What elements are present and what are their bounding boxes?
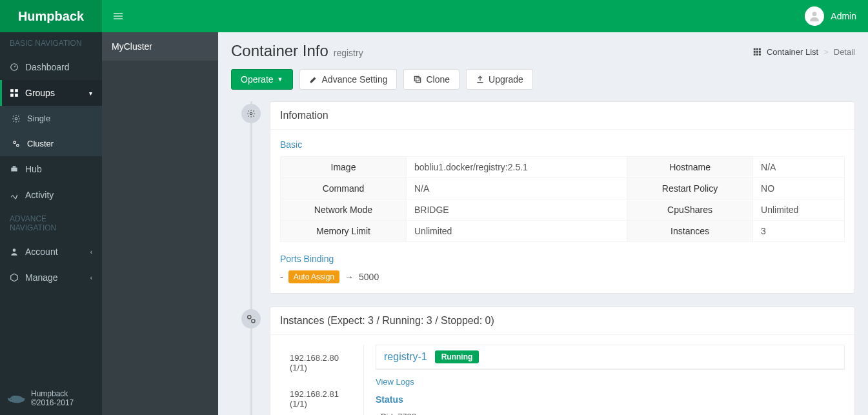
app-logo[interactable]: Humpback: [0, 0, 102, 32]
breadcrumb-separator: >: [823, 47, 829, 57]
upgrade-button[interactable]: Upgrade: [466, 69, 533, 90]
svg-point-11: [17, 144, 19, 147]
sidebar-item-label: Hub: [25, 164, 42, 174]
svg-rect-22: [754, 54, 756, 56]
sidebar-item-account[interactable]: Account ‹: [0, 239, 102, 265]
svg-rect-1: [114, 15, 123, 16]
instance-name: registry-1: [384, 351, 427, 363]
dashboard-icon: [10, 63, 19, 72]
subnav-item-mycluster[interactable]: MyCluster: [102, 32, 218, 61]
button-label: Operate: [241, 74, 274, 85]
table-row: Command N/A Restart Policy NO: [281, 178, 845, 199]
command-label: Command: [281, 178, 407, 199]
chevron-left-icon: ‹: [90, 274, 92, 281]
gears-icon: [241, 309, 261, 329]
cpushares-value: Unlimited: [753, 199, 845, 221]
sidebar-item-cluster[interactable]: Cluster: [0, 131, 102, 156]
svg-rect-6: [15, 89, 18, 92]
sidebar-item-label: Single: [27, 114, 50, 123]
clone-icon: [413, 75, 422, 84]
table-row: Image bobliu1.docker/registry:2.5.1 Host…: [281, 157, 845, 178]
upload-icon: [476, 75, 485, 84]
hostname-label: Hostname: [627, 157, 753, 178]
button-label: Upgrade: [489, 74, 523, 85]
sidebar-item-groups[interactable]: Groups ▾: [0, 80, 102, 106]
network-mode-label: Network Mode: [281, 199, 407, 221]
svg-rect-25: [416, 78, 421, 83]
advance-setting-button[interactable]: Advance Setting: [299, 69, 398, 90]
instance-tab[interactable]: 192.168.2.80 (1/1): [280, 345, 363, 381]
svg-point-29: [252, 319, 255, 323]
svg-rect-23: [756, 54, 758, 56]
sidebar-item-label: Account: [25, 247, 58, 257]
view-logs-link[interactable]: View Logs: [376, 377, 845, 387]
footer-name: Humpback: [31, 389, 74, 398]
gears-icon: [12, 139, 21, 148]
image-label: Image: [281, 157, 407, 178]
svg-rect-18: [759, 48, 761, 50]
svg-rect-7: [10, 94, 14, 97]
page-title: Container Info: [231, 42, 328, 60]
user-icon: [808, 10, 821, 23]
svg-rect-19: [754, 51, 756, 53]
section-ports-binding: Ports Binding: [280, 254, 845, 264]
operate-button[interactable]: Operate ▼: [231, 69, 293, 90]
pencil-icon: [309, 75, 318, 84]
status-pid: - Pid: 7728: [376, 410, 845, 415]
port-value: 5000: [359, 272, 379, 282]
svg-rect-13: [13, 166, 16, 167]
activity-icon: [10, 190, 19, 199]
svg-rect-20: [756, 51, 758, 53]
grid-icon: [752, 47, 762, 56]
user-name[interactable]: Admin: [831, 11, 856, 21]
breadcrumb: Container List > Detail: [752, 47, 855, 57]
sidebar-item-hub[interactable]: Hub: [0, 156, 102, 182]
sidebar-item-activity[interactable]: Activity: [0, 182, 102, 208]
svg-rect-26: [415, 76, 419, 81]
restart-policy-value: NO: [753, 178, 845, 199]
breadcrumb-link[interactable]: Container List: [767, 47, 818, 57]
clone-button[interactable]: Clone: [403, 69, 459, 90]
whale-icon: [6, 390, 26, 406]
table-row: Memory Limit Unlimited Instances 3: [281, 221, 845, 242]
caret-down-icon: ▼: [278, 76, 283, 83]
cube-icon: [10, 273, 19, 282]
instances-label: Instances: [627, 221, 753, 242]
instance-tab[interactable]: 192.168.2.81 (1/1): [280, 381, 363, 415]
gear-icon: [241, 104, 261, 123]
sidebar-item-single[interactable]: Single: [0, 106, 102, 131]
instances-value: 3: [753, 221, 845, 242]
svg-rect-2: [114, 19, 123, 19]
button-label: Advance Setting: [322, 74, 388, 85]
status-title: Status: [376, 394, 845, 405]
image-value: bobliu1.docker/registry:2.5.1: [407, 157, 627, 178]
sidebar-item-dashboard[interactable]: Dashboard: [0, 54, 102, 80]
chevron-left-icon: ‹: [90, 248, 92, 256]
breadcrumb-current: Detail: [834, 47, 855, 57]
hostname-value: N/A: [753, 157, 845, 178]
restart-policy-label: Restart Policy: [627, 178, 753, 199]
sidebar-item-label: Cluster: [27, 139, 54, 148]
memory-limit-value: Unlimited: [407, 221, 627, 242]
hamburger-icon: [114, 12, 123, 21]
gear-icon: [12, 114, 21, 123]
avatar[interactable]: [805, 6, 824, 26]
svg-rect-12: [11, 168, 17, 172]
panel-title-information: Infomation: [270, 102, 854, 130]
network-mode-value: BRIDGE: [407, 199, 627, 221]
svg-point-14: [13, 248, 16, 252]
page-subtitle: registry: [334, 48, 363, 58]
sidebar-item-label: Manage: [25, 272, 58, 283]
command-value: N/A: [407, 178, 627, 199]
svg-rect-5: [10, 89, 14, 92]
nav-header-basic: BASIC NAVIGATION: [0, 32, 102, 54]
sidebar-item-manage[interactable]: Manage ‹: [0, 265, 102, 290]
basic-info-table: Image bobliu1.docker/registry:2.5.1 Host…: [280, 156, 845, 242]
auto-assign-badge: Auto Assign: [288, 270, 339, 283]
table-row: Network Mode BRIDGE CpuShares Unlimited: [281, 199, 845, 221]
button-label: Clone: [426, 74, 450, 85]
port-binding-row: - Auto Assign → 5000: [280, 270, 845, 283]
svg-rect-0: [114, 13, 123, 14]
nav-header-advance: ADVANCE NAVIGATION: [0, 208, 102, 239]
sidebar-toggle-button[interactable]: [102, 0, 134, 32]
